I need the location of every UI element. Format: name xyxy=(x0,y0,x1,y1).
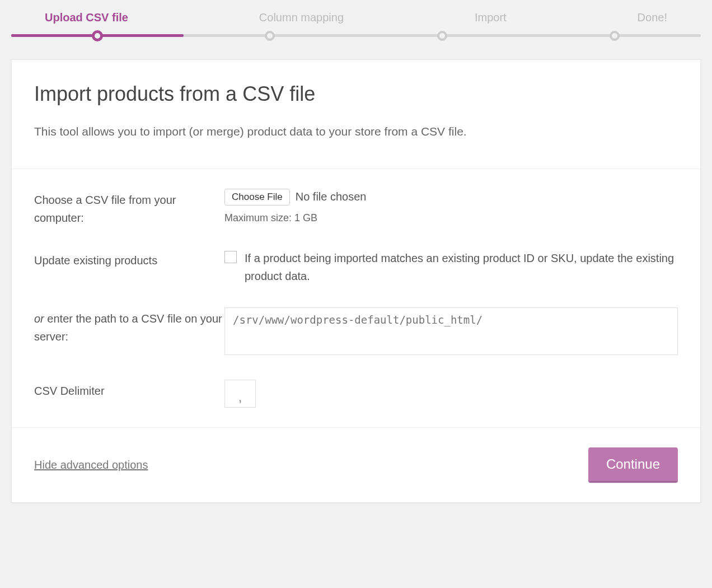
continue-button[interactable]: Continue xyxy=(588,447,678,483)
row-server-path: or enter the path to a CSV file on your … xyxy=(34,307,678,357)
file-status: No file chosen xyxy=(296,190,367,203)
progress-dot-4 xyxy=(610,31,620,41)
delimiter-input[interactable] xyxy=(224,380,256,408)
import-card: Import products from a CSV file This too… xyxy=(11,59,701,503)
page-subtitle: This tool allows you to import (or merge… xyxy=(34,123,678,141)
step-upload[interactable]: Upload CSV file xyxy=(45,11,128,24)
choose-file-button[interactable]: Choose File xyxy=(224,189,290,206)
progress-dot-2 xyxy=(265,31,275,41)
update-existing-description: If a product being imported matches an e… xyxy=(245,249,678,285)
label-delimiter: CSV Delimiter xyxy=(34,380,224,400)
label-server-path: or enter the path to a CSV file on your … xyxy=(34,307,224,346)
step-import: Import xyxy=(475,11,507,24)
step-done: Done! xyxy=(638,11,667,24)
toggle-advanced-link[interactable]: Hide advanced options xyxy=(34,459,148,472)
update-existing-checkbox[interactable] xyxy=(224,251,237,263)
card-footer: Hide advanced options Continue xyxy=(12,428,700,502)
row-delimiter: CSV Delimiter xyxy=(34,380,678,408)
row-update-existing: Update existing products If a product be… xyxy=(34,249,678,285)
server-path-input[interactable] xyxy=(224,307,678,355)
row-choose-file: Choose a CSV file from your computer: Ch… xyxy=(34,189,678,227)
page-title: Import products from a CSV file xyxy=(34,82,678,106)
progress-bar: Upload CSV file Column mapping Import Do… xyxy=(11,11,701,37)
progress-track xyxy=(11,34,701,37)
progress-dot-3 xyxy=(437,31,447,41)
step-column-mapping: Column mapping xyxy=(259,11,344,24)
card-body: Choose a CSV file from your computer: Ch… xyxy=(12,169,700,428)
label-choose-file: Choose a CSV file from your computer: xyxy=(34,189,224,227)
card-header: Import products from a CSV file This too… xyxy=(12,60,700,169)
label-update-existing: Update existing products xyxy=(34,249,224,269)
max-size-hint: Maximum size: 1 GB xyxy=(224,212,678,224)
progress-dot-1 xyxy=(92,30,103,41)
